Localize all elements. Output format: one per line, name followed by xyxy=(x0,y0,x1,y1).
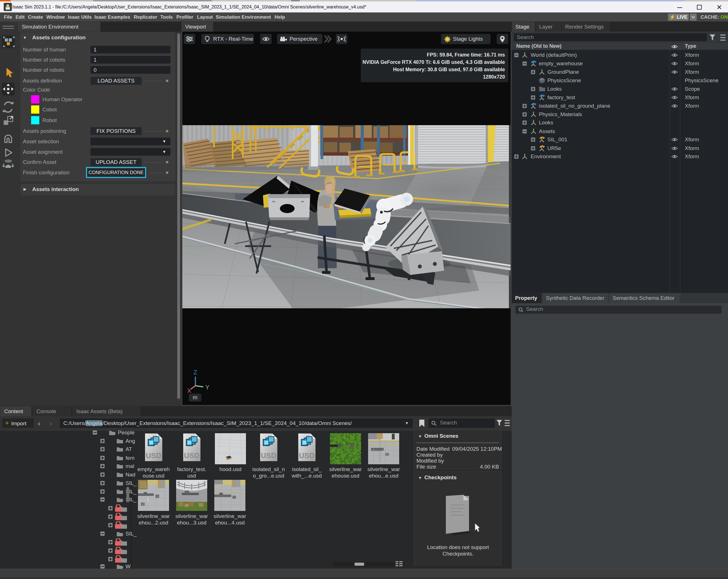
svg-text:Z: Z xyxy=(193,369,197,376)
svg-text:Y: Y xyxy=(205,384,209,391)
svg-text:X: X xyxy=(187,387,191,394)
svg-text:USD: USD xyxy=(299,451,315,460)
svg-text:USD: USD xyxy=(261,451,277,460)
svg-text:USD: USD xyxy=(184,451,200,460)
svg-text:USD: USD xyxy=(146,451,161,460)
